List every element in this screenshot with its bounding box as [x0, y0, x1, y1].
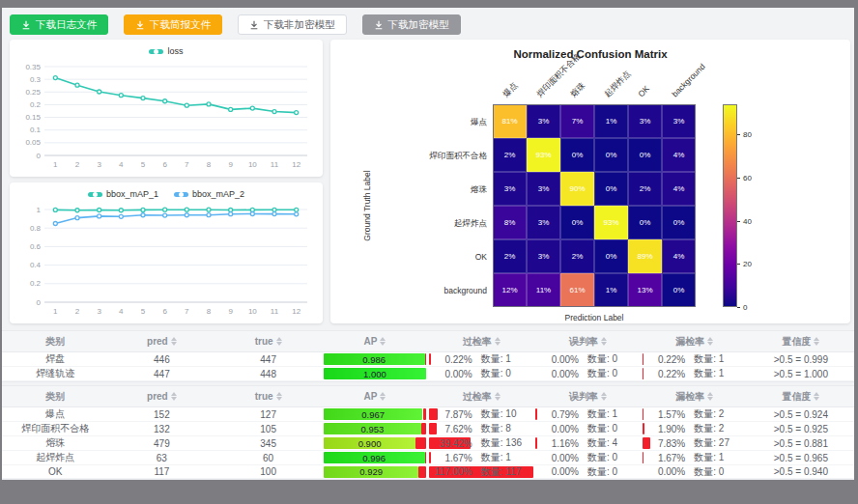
sort-icon[interactable] — [171, 337, 177, 346]
x-tick-label: 2 — [75, 160, 80, 169]
rate-percent: 1.90% — [643, 424, 686, 434]
column-header-pred[interactable]: pred — [108, 386, 214, 407]
rate-bar-track: 0.00%数量: 0 — [535, 368, 640, 379]
matrix-col-label: background — [670, 62, 707, 99]
cell-class: 焊印面积不合格 — [2, 422, 108, 436]
rate-count: 数量: 136 — [481, 436, 533, 450]
y-tick-label: 0.8 — [30, 224, 42, 233]
cell-over-rate: 7.62%数量: 8 — [428, 422, 534, 436]
data-point — [163, 208, 167, 211]
matrix-cell: 0% — [628, 138, 662, 172]
data-point — [295, 212, 299, 216]
ap-bar: 0.929 — [324, 466, 419, 478]
column-header-ap[interactable]: AP — [322, 386, 428, 407]
column-header-over_rate[interactable]: 过检率 — [428, 386, 534, 407]
download-encrypted-model-button[interactable]: 下载加密模型 — [362, 14, 461, 35]
legend-item-bbox_mAP_2[interactable]: bbox_mAP_2 — [174, 189, 244, 199]
rate-count: 数量: 10 — [481, 407, 533, 421]
column-header-miss_rate[interactable]: 漏检率 — [642, 331, 748, 352]
column-header-confidence[interactable]: 置信度 — [748, 331, 854, 352]
matrix-cell: 13% — [628, 273, 662, 307]
download-unencrypted-model-button[interactable]: 下载非加密模型 — [238, 14, 347, 35]
class-metrics-table: 类别predtrueAP过检率误判率漏检率置信度爆点1521270.9677.8… — [2, 385, 854, 480]
matrix-cell: 1% — [594, 104, 628, 138]
loss-chart-legend: loss — [17, 43, 315, 59]
sort-asc-icon — [495, 392, 500, 396]
ap-bar: 1.000 — [324, 368, 426, 379]
sort-icon[interactable] — [601, 392, 607, 401]
ap-remainder-bar — [423, 408, 427, 420]
sort-icon[interactable] — [276, 337, 282, 346]
matrix-cell: 93% — [527, 138, 560, 172]
x-tick-label: 4 — [119, 307, 124, 316]
column-header-confidence[interactable]: 置信度 — [748, 386, 854, 407]
matrix-cell: 3% — [527, 239, 560, 273]
rate-cell-text: 1.90%数量: 2 — [643, 423, 747, 434]
sort-icon[interactable] — [276, 392, 282, 401]
sort-desc-icon — [601, 342, 607, 346]
cell-ap: 0.967 — [322, 407, 428, 422]
legend-dot — [93, 192, 98, 197]
matrix-cell: 93% — [594, 206, 628, 239]
column-header-mis_rate[interactable]: 误判率 — [534, 386, 641, 407]
main-area: loss 00.050.10.150.20.250.30.35123456789… — [2, 40, 854, 323]
column-label: 置信度 — [782, 390, 811, 404]
matrix-colorbar — [723, 104, 737, 307]
colorbar-tick-label: 80 — [743, 130, 752, 139]
download-icon — [374, 20, 384, 30]
legend-item-bbox_mAP_1[interactable]: bbox_mAP_1 — [88, 189, 158, 199]
data-point — [207, 213, 211, 217]
cell-miss-rate: 0.00%数量: 0 — [642, 465, 748, 479]
rate-percent: 0.00% — [535, 369, 579, 379]
matrix-cell: 3% — [527, 104, 560, 138]
sort-icon[interactable] — [601, 337, 607, 346]
column-header-true[interactable]: true — [215, 386, 322, 407]
column-header-over_rate[interactable]: 过检率 — [428, 331, 534, 352]
sort-icon[interactable] — [171, 392, 177, 401]
data-point — [272, 208, 276, 211]
rate-cell-text: 0.00%数量: 0 — [535, 353, 640, 365]
download-log-button[interactable]: 下载日志文件 — [10, 14, 108, 35]
rate-bar-track: 1.67%数量: 1 — [429, 452, 533, 463]
download-icon — [21, 20, 31, 30]
sort-icon[interactable] — [380, 392, 386, 401]
column-header-miss_rate[interactable]: 漏检率 — [642, 386, 748, 407]
cell-true: 448 — [215, 367, 322, 381]
matrix-cell: 1% — [594, 273, 628, 307]
rate-percent: 0.00% — [535, 424, 579, 434]
sort-icon[interactable] — [495, 337, 500, 346]
cell-ap: 0.900 — [322, 436, 428, 451]
rate-percent: 1.16% — [535, 438, 579, 449]
download-report-button[interactable]: 下载简报文件 — [124, 14, 222, 35]
table-row: 焊印面积不合格1321050.9537.62%数量: 80.00%数量: 01.… — [2, 422, 854, 436]
sort-icon[interactable] — [707, 337, 713, 346]
download-icon — [135, 20, 145, 30]
column-header-mis_rate[interactable]: 误判率 — [534, 331, 641, 352]
x-tick-label: 1 — [53, 307, 58, 316]
sort-icon[interactable] — [495, 392, 500, 401]
ap-remainder-bar — [421, 423, 426, 434]
column-header-true[interactable]: true — [215, 331, 322, 352]
rate-percent: 7.87% — [429, 409, 472, 420]
cell-over-rate: 1.67%数量: 1 — [428, 451, 534, 465]
sort-icon[interactable] — [707, 392, 713, 401]
ap-bar-track: 0.967 — [324, 408, 426, 420]
cell-pred: 446 — [108, 352, 214, 367]
ap-bar-track: 0.996 — [324, 452, 426, 463]
matrix-cell: 3% — [527, 172, 560, 206]
sort-icon[interactable] — [814, 392, 819, 401]
sort-icon[interactable] — [814, 337, 819, 346]
rate-bar-track: 1.16%数量: 4 — [535, 437, 640, 449]
matrix-cell: 0% — [560, 206, 594, 239]
column-header-ap[interactable]: AP — [322, 331, 428, 352]
ap-bar-track: 0.953 — [324, 423, 426, 434]
rate-bar-track: 0.79%数量: 1 — [535, 408, 640, 420]
legend-dot — [154, 49, 158, 54]
column-header-pred[interactable]: pred — [108, 331, 214, 352]
series-line-bbox_mAP_1 — [55, 210, 296, 210]
sort-desc-icon — [495, 342, 500, 346]
sort-icon[interactable] — [380, 337, 386, 346]
legend-item-loss[interactable]: loss — [149, 46, 183, 56]
loss-chart-card: loss 00.050.10.150.20.250.30.35123456789… — [10, 40, 323, 177]
cell-confidence: >0.5 = 1.000 — [748, 367, 854, 381]
